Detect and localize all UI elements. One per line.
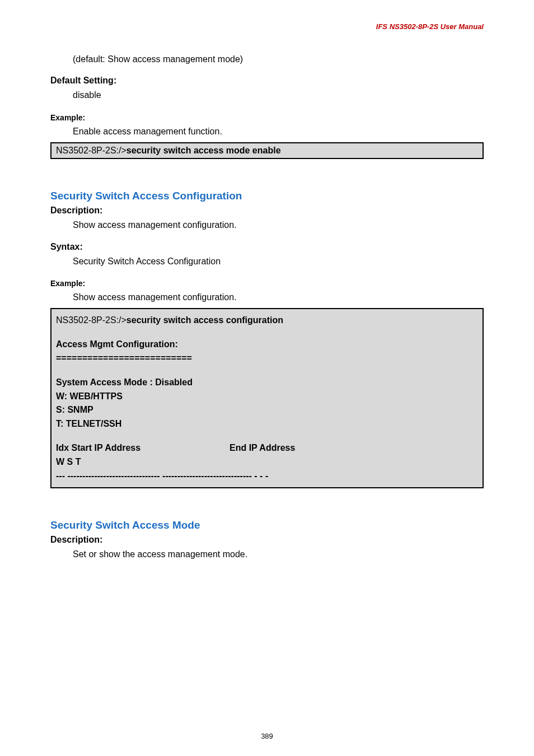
cmd-text-1: security switch access mode enable xyxy=(127,146,281,155)
description-label-1: Description: xyxy=(50,206,484,216)
t-line: T: TELNET/SSH xyxy=(56,417,478,431)
example-label-1: Example: xyxy=(50,113,484,122)
s-line: S: SNMP xyxy=(56,403,478,417)
description-text-2: Set or show the access management mode. xyxy=(73,548,484,561)
cmd-prefix-2: NS3502-8P-2S:/> xyxy=(56,315,127,325)
default-note: (default: Show access management mode) xyxy=(73,53,484,66)
config-title: Access Mgmt Configuration: xyxy=(56,338,478,352)
example-text-2: Show access management configuration. xyxy=(73,291,484,304)
cmd-text-2: security switch access configuration xyxy=(127,315,283,325)
page-number: 389 xyxy=(0,732,534,740)
description-label-2: Description: xyxy=(50,535,484,545)
system-access-mode: System Access Mode : Disabled xyxy=(56,376,478,390)
manual-title-header: IFS NS3502-8P-2S User Manual xyxy=(50,22,484,31)
table-header-col1: Idx Start IP Address xyxy=(56,441,229,455)
cmd-prefix-1: NS3502-8P-2S:/> xyxy=(56,146,127,155)
description-text-1: Show access management configuration. xyxy=(73,219,484,231)
table-header-col2: End IP Address xyxy=(229,441,295,455)
syntax-text-1: Security Switch Access Configuration xyxy=(73,255,484,268)
config-separator: ========================== xyxy=(56,352,478,366)
example-label-2: Example: xyxy=(50,279,484,288)
configuration-output-box: NS3502-8P-2S:/>security switch access co… xyxy=(50,308,484,488)
wst-line: W S T xyxy=(56,455,478,469)
example-text-1: Enable access management function. xyxy=(73,125,484,138)
syntax-label-1: Syntax: xyxy=(50,242,484,252)
section-heading-access-mode: Security Switch Access Mode xyxy=(50,519,484,531)
default-setting-value: disable xyxy=(73,89,484,101)
default-setting-label: Default Setting: xyxy=(50,76,484,86)
section-heading-access-config: Security Switch Access Configuration xyxy=(50,190,484,202)
dash-separator: --- ------------------------------- ----… xyxy=(56,469,478,483)
w-line: W: WEB/HTTPS xyxy=(56,390,478,404)
command-box-1: NS3502-8P-2S:/>security switch access mo… xyxy=(50,142,484,159)
